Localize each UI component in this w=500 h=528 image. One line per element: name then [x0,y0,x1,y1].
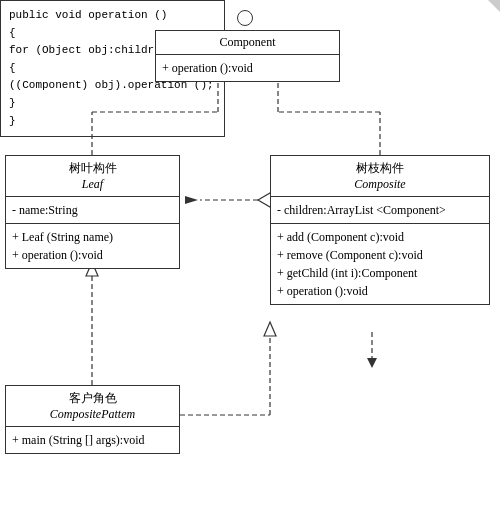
code-line-6: } [9,113,216,131]
composite-method-0: + add (Component c):void [277,228,483,246]
composite-title: 树枝构件 Composite [271,156,489,197]
uml-diagram: Component + operation ():void 树叶构件 Leaf … [0,0,500,528]
component-english-title: Component [162,35,333,50]
composite-method-2: + getChild (int i):Component [277,264,483,282]
svg-marker-13 [185,196,198,204]
client-methods-section: + main (String [] args):void [6,427,179,453]
svg-marker-18 [264,322,276,336]
composite-methods-section: + add (Component c):void + remove (Compo… [271,224,489,304]
composite-method-1: + remove (Component c):void [277,246,483,264]
leaf-methods-section: + Leaf (String name) + operation ():void [6,224,179,268]
svg-marker-20 [367,358,377,368]
composite-english-title: Composite [277,177,483,192]
leaf-chinese-title: 树叶构件 [12,160,173,177]
composite-attr-0: - children:ArrayList <Component> [277,201,483,219]
composite-chinese-title: 树枝构件 [277,160,483,177]
client-class-box: 客户角色 CompositePattem + main (String [] a… [5,385,180,454]
leaf-attributes-section: - name:String [6,197,179,224]
composite-method-3: + operation ():void [277,282,483,300]
component-method-0: + operation ():void [162,59,333,77]
leaf-english-title: Leaf [12,177,173,192]
code-line-0: public void operation () [9,7,216,25]
top-circle-icon [237,10,253,26]
client-title: 客户角色 CompositePattem [6,386,179,427]
leaf-method-0: + Leaf (String name) [12,228,173,246]
leaf-title: 树叶构件 Leaf [6,156,179,197]
client-method-0: + main (String [] args):void [12,431,173,449]
composite-attributes-section: - children:ArrayList <Component> [271,197,489,224]
leaf-class-box: 树叶构件 Leaf - name:String + Leaf (String n… [5,155,180,269]
code-line-5: } [9,95,216,113]
component-title: Component [156,31,339,55]
client-chinese-title: 客户角色 [12,390,173,407]
component-methods-section: + operation ():void [156,55,339,81]
leaf-method-1: + operation ():void [12,246,173,264]
leaf-attr-0: - name:String [12,201,173,219]
component-class-box: Component + operation ():void [155,30,340,82]
composite-class-box: 树枝构件 Composite - children:ArrayList <Com… [270,155,490,305]
client-english-title: CompositePattem [12,407,173,422]
